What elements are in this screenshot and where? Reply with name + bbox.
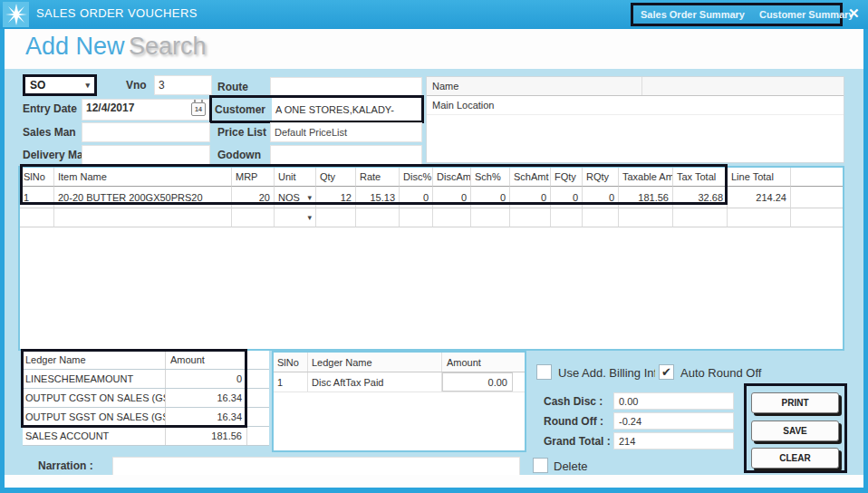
adjustment-header-row: SlNo Ledger Name Amount bbox=[274, 353, 525, 372]
empty-unit-dropdown[interactable]: ▾ bbox=[275, 208, 316, 227]
cell-rate[interactable]: 15.13 bbox=[356, 187, 400, 208]
ledger-filler bbox=[247, 427, 269, 445]
item-grid-empty-row[interactable]: ▾ bbox=[20, 208, 843, 227]
grid-col-header[interactable]: Rate bbox=[356, 168, 400, 187]
sales-order-summary-link[interactable]: Sales Order Summary bbox=[633, 9, 752, 20]
grid-col-header[interactable]: MRP bbox=[232, 168, 275, 187]
adj-ledger-name: Disc AftTax Paid bbox=[308, 372, 442, 392]
delete-checkbox[interactable] bbox=[533, 458, 548, 473]
grid-col-header[interactable]: SlNo bbox=[20, 168, 54, 187]
narration-input[interactable] bbox=[112, 457, 520, 476]
print-button[interactable]: PRINT bbox=[751, 392, 839, 413]
empty-cell[interactable] bbox=[510, 208, 551, 227]
price-list-input[interactable] bbox=[270, 122, 422, 142]
customer-summary-link[interactable]: Customer Summary bbox=[752, 9, 862, 20]
cell-sch-amt[interactable]: 0 bbox=[510, 187, 551, 208]
cell-disc-pct[interactable]: 0 bbox=[400, 187, 433, 208]
cell-tax-total[interactable]: 32.68 bbox=[673, 187, 728, 208]
empty-cell[interactable] bbox=[356, 208, 400, 227]
grid-col-header[interactable]: SchAmt bbox=[510, 168, 551, 187]
cash-disc-input[interactable] bbox=[613, 392, 734, 410]
customer-label: Customer bbox=[212, 103, 272, 116]
clear-button[interactable]: CLEAR bbox=[751, 448, 839, 469]
grid-col-header[interactable]: Unit bbox=[275, 168, 316, 187]
delivery-man-label: Delivery Man bbox=[23, 149, 90, 161]
grid-col-header[interactable]: Disc% bbox=[400, 168, 433, 187]
ledger-amount: 0 bbox=[166, 370, 247, 388]
vno-input[interactable] bbox=[154, 75, 212, 95]
ledger-filler bbox=[247, 408, 269, 426]
cell-taxable-amt[interactable]: 181.56 bbox=[619, 187, 673, 208]
tab-search[interactable]: Search bbox=[129, 33, 207, 61]
ledger-row[interactable]: OUTPUT SGST ON SALES (GST 18 16.34 bbox=[23, 408, 269, 427]
calendar-icon[interactable]: 14 bbox=[191, 102, 206, 116]
adj-ledger-header: Ledger Name bbox=[308, 353, 442, 372]
cell-disc-amt[interactable]: 0 bbox=[433, 187, 471, 208]
entry-date-input[interactable]: 12/4/2017 14 bbox=[82, 99, 210, 121]
voucher-type-dropdown[interactable]: SO ▾ bbox=[23, 74, 97, 96]
cell-line-total[interactable]: 214.24 bbox=[728, 187, 791, 208]
location-row[interactable]: Main Location bbox=[427, 96, 844, 115]
narration-label: Narration : bbox=[38, 459, 93, 472]
item-grid-header-row: SlNo Item Name MRP Unit Qty Rate Disc% D… bbox=[20, 168, 843, 187]
empty-cell[interactable] bbox=[316, 208, 356, 227]
grid-col-header-filler bbox=[791, 168, 843, 187]
cell-qty[interactable]: 12 bbox=[316, 187, 356, 208]
grid-col-header[interactable]: FQty bbox=[551, 168, 583, 187]
empty-cell[interactable] bbox=[232, 208, 275, 227]
empty-cell[interactable] bbox=[400, 208, 433, 227]
empty-cell[interactable] bbox=[471, 208, 510, 227]
titlebar-links-box: Sales Order Summary Customer Summary bbox=[631, 3, 843, 26]
left-border bbox=[0, 29, 5, 488]
ledger-row[interactable]: OUTPUT CGST ON SALES (GST 18 16.34 bbox=[23, 389, 269, 408]
grid-col-header[interactable]: Qty bbox=[316, 168, 356, 187]
empty-cell[interactable] bbox=[54, 208, 232, 227]
tab-add-new[interactable]: Add New bbox=[25, 33, 125, 61]
grid-col-header[interactable]: DiscAmt bbox=[433, 168, 471, 187]
window-title: SALES ORDER VOUCHERS bbox=[36, 6, 198, 20]
grid-col-header[interactable]: Taxable Am bbox=[619, 168, 673, 187]
adj-amount[interactable]: 0.00 bbox=[442, 372, 513, 392]
round-off-input[interactable] bbox=[613, 412, 734, 430]
adjustment-row[interactable]: 1 Disc AftTax Paid 0.00 bbox=[274, 372, 525, 392]
empty-cell[interactable] bbox=[583, 208, 619, 227]
close-icon[interactable]: ✕ bbox=[848, 5, 860, 22]
grand-total-input[interactable] bbox=[613, 432, 734, 450]
cell-slno[interactable]: 1 bbox=[20, 187, 54, 208]
empty-cell[interactable] bbox=[551, 208, 583, 227]
item-grid-row[interactable]: 1 20-20 BUTTER 200GX50PRS20 20 NOS▾ 12 1… bbox=[20, 187, 843, 208]
cell-filler bbox=[791, 187, 843, 208]
adjustment-panel: SlNo Ledger Name Amount 1 Disc AftTax Pa… bbox=[272, 351, 526, 452]
auto-round-off-checkbox[interactable]: ✔ bbox=[659, 364, 674, 380]
cell-unit-dropdown[interactable]: NOS▾ bbox=[275, 187, 316, 208]
location-panel: Name Main Location bbox=[426, 76, 844, 163]
empty-cell[interactable] bbox=[728, 208, 791, 227]
empty-cell[interactable] bbox=[433, 208, 471, 227]
check-icon: ✔ bbox=[661, 365, 671, 379]
grid-col-header[interactable]: Tax Total bbox=[673, 168, 728, 187]
ledger-row[interactable]: SALES ACCOUNT 181.56 bbox=[23, 427, 269, 446]
empty-cell[interactable] bbox=[619, 208, 673, 227]
save-button[interactable]: SAVE bbox=[751, 420, 839, 441]
customer-input[interactable]: A ONE STORES,KALADY- bbox=[272, 98, 421, 121]
empty-cell[interactable] bbox=[20, 208, 54, 227]
cell-item-name[interactable]: 20-20 BUTTER 200GX50PRS20 bbox=[54, 187, 232, 208]
cell-mrp[interactable]: 20 bbox=[232, 187, 275, 208]
grid-col-header[interactable]: RQty bbox=[583, 168, 619, 187]
use-add-billing-checkbox[interactable] bbox=[536, 364, 552, 380]
app-logo-icon bbox=[3, 2, 29, 27]
cell-rqty[interactable]: 0 bbox=[583, 187, 619, 208]
ledger-row[interactable]: LINESCHEMEAMOUNT 0 bbox=[23, 370, 269, 389]
grid-col-header[interactable]: Sch% bbox=[471, 168, 510, 187]
item-grid: SlNo Item Name MRP Unit Qty Rate Disc% D… bbox=[18, 166, 844, 351]
vno-label: Vno bbox=[126, 79, 147, 92]
sales-man-input[interactable] bbox=[82, 122, 210, 142]
grid-col-header[interactable]: Item Name bbox=[54, 168, 232, 187]
grid-col-header[interactable]: Line Total bbox=[728, 168, 791, 187]
empty-cell[interactable] bbox=[673, 208, 728, 227]
cell-sch-pct[interactable]: 0 bbox=[471, 187, 510, 208]
godown-input[interactable] bbox=[270, 145, 422, 165]
cell-fqty[interactable]: 0 bbox=[551, 187, 583, 208]
sales-order-vouchers-window: SALES ORDER VOUCHERS Sales Order Summary… bbox=[0, 0, 868, 493]
delivery-man-input[interactable] bbox=[82, 145, 210, 165]
